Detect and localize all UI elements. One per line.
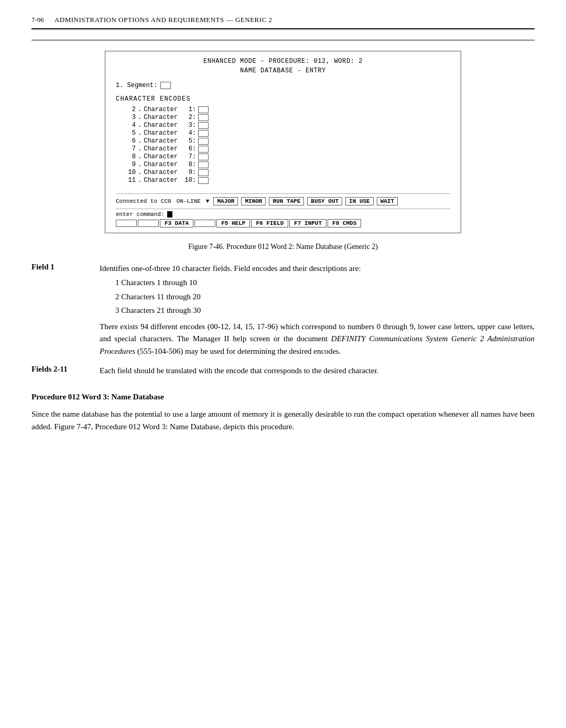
char-field-input[interactable]	[198, 130, 209, 137]
char-dot: .	[138, 145, 142, 153]
char-idx: 8:	[181, 161, 196, 168]
fn-spacer	[116, 220, 137, 227]
fn-button[interactable]: F7 INPUT	[289, 219, 326, 227]
segment-label: 1. Segment:	[116, 82, 157, 89]
fields211-content: Each field should be translated with the…	[100, 365, 535, 377]
page-number: 7-96	[31, 16, 44, 24]
char-row: 11 . Character 10:	[121, 177, 450, 184]
char-num: 3	[121, 114, 136, 121]
char-field-input[interactable]	[198, 146, 209, 153]
terminal-title: ENHANCED MODE - PROCEDURE: 012, WORD: 2	[116, 58, 450, 65]
char-encodes-header: CHARACTER ENCODES	[116, 95, 450, 103]
char-dot: .	[138, 114, 142, 121]
char-row: 6 . Character 5:	[121, 137, 450, 145]
char-dot: .	[138, 161, 142, 168]
page-header: 7-96 ADMINISTRATION OPTIONS AND REQUIREM…	[31, 16, 535, 24]
char-dot: .	[138, 177, 142, 184]
char-label: Character	[144, 106, 181, 113]
char-num: 9	[121, 161, 136, 168]
char-field-input[interactable]	[198, 154, 209, 160]
char-dot: .	[138, 137, 142, 145]
char-field-input[interactable]	[198, 161, 209, 168]
char-row: 10 . Character 9:	[121, 169, 450, 176]
char-field-input[interactable]	[198, 106, 209, 113]
enter-command-label: enter command:	[116, 211, 164, 218]
char-label: Character	[144, 137, 181, 145]
status-button[interactable]: WAIT	[377, 197, 398, 205]
char-idx: 2:	[181, 114, 196, 121]
field1-list: 1 Characters 1 through 102 Characters 11…	[115, 277, 535, 317]
fn-button[interactable]: F6 FIELD	[251, 219, 288, 227]
status-button[interactable]: RUN TAPE	[269, 197, 304, 205]
char-label: Character	[144, 177, 181, 184]
char-idx: 1:	[181, 106, 196, 113]
command-row: enter command:	[116, 211, 450, 218]
terminal-box: ENHANCED MODE - PROCEDURE: 012, WORD: 2 …	[105, 51, 461, 233]
char-num: 8	[121, 153, 136, 160]
segment-row: 1. Segment:	[116, 82, 450, 89]
char-dot: .	[138, 169, 142, 176]
char-label: Character	[144, 161, 181, 168]
char-num: 4	[121, 122, 136, 129]
char-field-input[interactable]	[198, 138, 209, 145]
char-idx: 4:	[181, 129, 196, 137]
char-num: 10	[121, 169, 136, 176]
fields211-label: Fields 2-11	[31, 365, 100, 377]
char-label: Character	[144, 129, 181, 137]
char-row: 8 . Character 7:	[121, 153, 450, 160]
field1-paragraph: There exists 94 different encodes (00-12…	[100, 321, 535, 357]
char-label: Character	[144, 114, 181, 121]
fields211-text: Each field should be translated with the…	[100, 366, 378, 375]
char-num: 5	[121, 129, 136, 137]
char-idx: 5:	[181, 137, 196, 145]
char-num: 11	[121, 177, 136, 184]
procedure-paragraph: Since the name database has the potentia…	[31, 408, 535, 433]
char-row: 3 . Character 2:	[121, 114, 450, 121]
header-divider	[31, 28, 535, 29]
down-arrow-icon: ▼	[206, 198, 210, 204]
char-row: 7 . Character 6:	[121, 145, 450, 153]
char-label: Character	[144, 169, 181, 176]
char-idx: 6:	[181, 145, 196, 153]
char-row: 9 . Character 8:	[121, 161, 450, 168]
char-dot: .	[138, 106, 142, 113]
header-divider2	[31, 40, 535, 40]
fields211-section: Fields 2-11 Each field should be transla…	[31, 365, 535, 377]
status-button[interactable]: IN USE	[345, 197, 374, 205]
status-button[interactable]: MAJOR	[213, 197, 238, 205]
command-bar: enter command: F3 DATAF5 HELPF6 FIELDF7 …	[116, 209, 450, 227]
terminal-subtitle: NAME DATABASE - ENTRY	[116, 67, 450, 74]
field1-intro: Identifies one-of-three 10 character fie…	[100, 264, 361, 273]
char-num: 6	[121, 137, 136, 145]
segment-input[interactable]	[160, 82, 171, 89]
procedure-heading: Procedure 012 Word 3: Name Database	[31, 393, 535, 401]
char-label: Character	[144, 153, 181, 160]
char-idx: 7:	[181, 153, 196, 160]
char-row: 2 . Character 1:	[121, 106, 450, 113]
field1-label: Field 1	[31, 263, 100, 357]
field-list-item: 3 Characters 21 through 30	[115, 305, 535, 317]
char-field-input[interactable]	[198, 177, 209, 184]
char-dot: .	[138, 122, 142, 129]
status-button[interactable]: MINOR	[241, 197, 266, 205]
char-field-input[interactable]	[198, 122, 209, 129]
status-button[interactable]: BUSY OUT	[307, 197, 342, 205]
char-idx: 10:	[181, 177, 196, 184]
field1-para-text2: (555-104-506) may be used for determinin…	[135, 347, 341, 355]
connected-text: Connected to CC0	[116, 198, 171, 204]
field1-content: Identifies one-of-three 10 character fie…	[100, 263, 535, 357]
figure-caption: Figure 7-46. Procedure 012 Word 2: Name …	[31, 243, 535, 251]
fn-button[interactable]: F5 HELP	[216, 219, 250, 227]
fn-spacer	[138, 220, 159, 227]
fn-button[interactable]: F8 CMDS	[328, 219, 361, 227]
online-text: ON-LINE	[177, 198, 201, 204]
page-title: ADMINISTRATION OPTIONS AND REQUIREMENTS …	[55, 16, 273, 24]
char-field-input[interactable]	[198, 169, 209, 176]
field-list-item: 2 Characters 11 through 20	[115, 291, 535, 303]
char-dot: .	[138, 153, 142, 160]
char-table: 2 . Character 1: 3 . Character 2: 4 . Ch…	[121, 106, 450, 184]
char-field-input[interactable]	[198, 114, 209, 121]
fn-button[interactable]: F3 DATA	[160, 219, 193, 227]
char-label: Character	[144, 145, 181, 153]
fn-spacer	[194, 220, 215, 227]
